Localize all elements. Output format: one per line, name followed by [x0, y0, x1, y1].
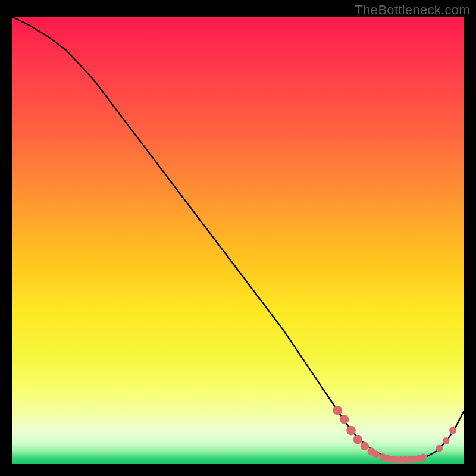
curve-marker [353, 435, 363, 444]
watermark-label: TheBottleneck.com [355, 2, 470, 18]
curve-svg [12, 17, 464, 464]
curve-marker [340, 415, 349, 424]
curve-markers [333, 406, 456, 464]
chart-frame: TheBottleneck.com [0, 0, 476, 476]
plot-area [12, 17, 464, 464]
curve-marker [449, 427, 456, 434]
curve-marker [372, 450, 380, 458]
curve-marker [346, 426, 356, 436]
bottleneck-curve [12, 17, 464, 459]
curve-marker [333, 406, 342, 415]
curve-marker [420, 454, 427, 461]
curve-marker [436, 445, 443, 452]
curve-marker [443, 437, 450, 444]
curve-marker [361, 442, 369, 450]
